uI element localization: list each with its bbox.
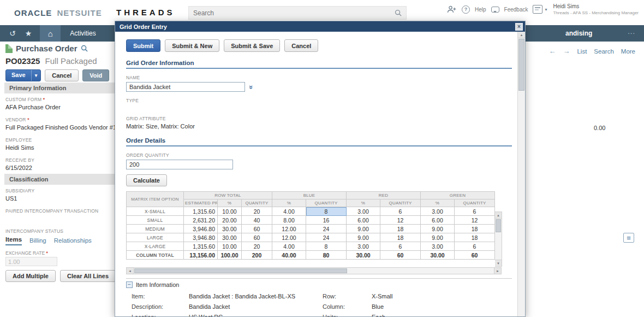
record-nav-link-more[interactable]: More xyxy=(621,48,635,55)
grid-vscroll-thumb[interactable] xyxy=(496,219,501,232)
roles-caret-icon[interactable]: ▾ xyxy=(545,7,547,12)
record-search-icon[interactable] xyxy=(81,45,88,52)
record-nav-link-search[interactable]: Search xyxy=(594,48,613,55)
save-button[interactable]: Save ▾ xyxy=(5,69,41,81)
cancel-button[interactable]: Cancel xyxy=(284,39,318,52)
global-search[interactable] xyxy=(188,6,407,20)
scroll-left-icon[interactable]: ◄ xyxy=(127,268,134,274)
user-info[interactable]: Heidi Sims Threads - AFA SS - Merchandis… xyxy=(553,3,639,16)
order-quantity-input[interactable] xyxy=(126,160,233,169)
name-select[interactable]: Bandida Jacket xyxy=(126,82,245,92)
help-label[interactable]: Help xyxy=(475,7,486,13)
grid-value-cell[interactable]: 9.00 xyxy=(347,225,380,233)
grid-value-cell[interactable]: 6 xyxy=(380,242,421,251)
submit-and-new-button[interactable]: Submit & New xyxy=(165,39,219,52)
back-arrow-icon[interactable]: ← xyxy=(548,47,556,55)
grid-value-cell[interactable]: 9.00 xyxy=(347,233,380,242)
close-icon[interactable]: × xyxy=(515,23,523,31)
grid-value-cell[interactable]: 60 xyxy=(242,233,272,242)
grid-value-cell[interactable]: 24 xyxy=(306,233,347,242)
scroll-down-icon[interactable]: ▼ xyxy=(495,260,502,266)
grid-value-cell[interactable]: 24 xyxy=(306,225,347,233)
submit-button[interactable]: Submit xyxy=(126,39,160,52)
nav-overflow-icon[interactable]: ... xyxy=(628,27,635,36)
grid-value-cell[interactable]: 10.00 xyxy=(218,242,242,251)
add-user-icon[interactable] xyxy=(447,4,457,14)
tab-items[interactable]: Items xyxy=(5,236,22,245)
grid-value-cell[interactable]: 4.00 xyxy=(272,242,306,251)
modal-scroll-up-icon[interactable]: ▲ xyxy=(518,32,525,38)
grid-value-cell[interactable]: 10.00 xyxy=(218,207,242,216)
grid-value-cell[interactable]: 30.00 xyxy=(218,233,242,242)
grid-value-cell[interactable]: 8.00 xyxy=(272,216,306,225)
list-view-icon[interactable]: ≡ xyxy=(623,233,634,243)
record-nav-link-list[interactable]: List xyxy=(577,48,587,55)
global-search-input[interactable] xyxy=(193,9,395,17)
grid-value-cell[interactable]: 20 xyxy=(242,207,272,216)
calculate-button[interactable]: Calculate xyxy=(126,174,167,186)
void-button[interactable]: Void xyxy=(82,69,109,81)
search-icon[interactable] xyxy=(395,9,402,16)
grid-value-cell[interactable]: 18 xyxy=(380,225,421,233)
grid-value-cell[interactable]: 3,946.80 xyxy=(184,225,218,233)
grid-vertical-scrollbar[interactable]: ▲ ▼ xyxy=(495,212,502,267)
grid-value-cell[interactable]: 18 xyxy=(455,233,495,242)
feedback-label[interactable]: Feedback xyxy=(504,7,528,13)
history-icon[interactable]: ↺ xyxy=(9,29,16,38)
grid-value-cell[interactable]: 6 xyxy=(380,207,421,216)
grid-hscroll-thumb[interactable] xyxy=(134,268,347,273)
dropdown-chevron-icon[interactable]: » xyxy=(248,85,255,89)
tab-relationships[interactable]: Relationships xyxy=(54,237,92,245)
add-multiple-button[interactable]: Add Multiple xyxy=(5,270,56,282)
modal-scrollbar[interactable]: ▲ xyxy=(517,32,525,316)
grid-value-cell[interactable]: 16 xyxy=(306,216,347,225)
grid-vscroll-track[interactable] xyxy=(495,219,502,260)
modal-scroll-track[interactable] xyxy=(518,38,525,316)
grid-value-cell[interactable]: 3.00 xyxy=(421,242,455,251)
forward-arrow-icon[interactable]: → xyxy=(563,47,570,55)
grid-value-cell[interactable]: 12.00 xyxy=(272,233,306,242)
submit-and-save-button[interactable]: Submit & Save xyxy=(224,39,280,52)
grid-value-cell[interactable]: 6 xyxy=(455,242,495,251)
grid-value-cell[interactable]: 60 xyxy=(242,225,272,233)
shortcuts-star-icon[interactable]: ★ xyxy=(25,29,32,38)
grid-value-cell[interactable]: 2,631.20 xyxy=(184,216,218,225)
roles-menu-icon[interactable] xyxy=(533,5,542,14)
grid-value-cell[interactable]: 8 xyxy=(306,207,347,216)
feedback-icon[interactable] xyxy=(491,7,499,13)
clear-all-lines-button[interactable]: Clear All Lines xyxy=(60,270,116,282)
grid-value-cell[interactable]: 12 xyxy=(455,216,495,225)
help-icon[interactable]: ? xyxy=(462,5,470,14)
grid-value-cell[interactable]: 4.00 xyxy=(272,207,306,216)
grid-value-cell[interactable]: 6.00 xyxy=(421,216,455,225)
grid-value-cell[interactable]: 6 xyxy=(455,207,495,216)
grid-value-cell[interactable]: 40 xyxy=(242,216,272,225)
grid-horizontal-scrollbar[interactable]: ◄ ► xyxy=(126,267,502,274)
grid-value-cell[interactable]: 1,315.60 xyxy=(184,242,218,251)
grid-value-cell[interactable]: 3,946.80 xyxy=(184,233,218,242)
grid-value-cell[interactable]: 30.00 xyxy=(218,225,242,233)
modal-scroll-thumb[interactable] xyxy=(518,39,524,91)
grid-value-cell[interactable]: 9.00 xyxy=(421,225,455,233)
grid-value-cell[interactable]: 3.00 xyxy=(421,207,455,216)
tab-billing[interactable]: Billing xyxy=(29,237,46,245)
save-caret-icon[interactable]: ▾ xyxy=(31,70,41,81)
scroll-up-icon[interactable]: ▲ xyxy=(495,212,502,219)
scroll-right-icon[interactable]: ► xyxy=(494,268,501,274)
grid-value-cell[interactable]: 8 xyxy=(306,242,347,251)
grid-value-cell[interactable]: 1,315.60 xyxy=(184,207,218,216)
grid-value-cell[interactable]: 12.00 xyxy=(272,225,306,233)
home-tab[interactable]: ⌂ xyxy=(40,25,61,42)
grid-value-cell[interactable]: 18 xyxy=(380,233,421,242)
grid-value-cell[interactable]: 20.00 xyxy=(218,216,242,225)
nav-item-merchandising-truncated[interactable]: andising xyxy=(565,30,592,37)
grid-hscroll-track[interactable] xyxy=(134,268,494,274)
grid-value-cell[interactable]: 18 xyxy=(455,225,495,233)
grid-value-cell[interactable]: 9.00 xyxy=(421,233,455,242)
grid-value-cell[interactable]: 3.00 xyxy=(347,242,380,251)
grid-value-cell[interactable]: 6.00 xyxy=(347,216,380,225)
grid-value-cell[interactable]: 3.00 xyxy=(347,207,380,216)
cancel-record-button[interactable]: Cancel xyxy=(45,69,79,81)
grid-value-cell[interactable]: 12 xyxy=(380,216,421,225)
nav-item-activities[interactable]: Activities xyxy=(70,30,96,37)
